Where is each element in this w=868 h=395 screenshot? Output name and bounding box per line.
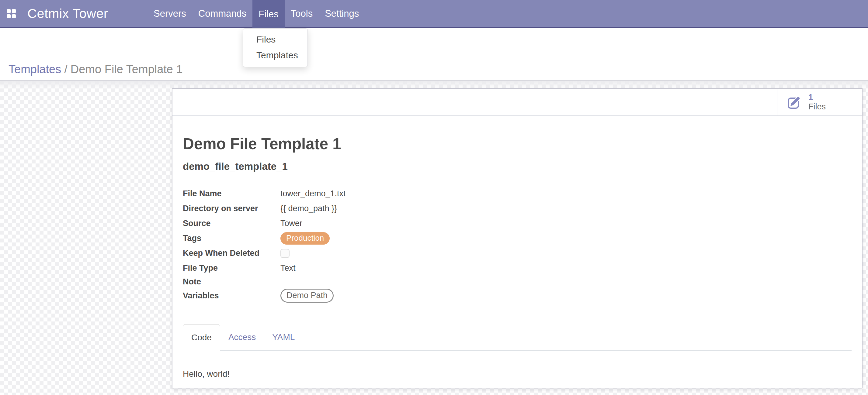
field-row-file-name: File Name tower_demo_1.txt xyxy=(183,186,487,201)
field-label: Tags xyxy=(183,231,274,246)
field-row-directory: Directory on server {{ demo_path }} xyxy=(183,201,487,216)
top-navbar: Cetmix Tower Servers Commands Files Tool… xyxy=(0,0,868,27)
navbar-underline xyxy=(0,27,868,28)
field-value: Text xyxy=(274,261,487,275)
button-box: 1 Files xyxy=(173,89,862,116)
breadcrumb-parent-link[interactable]: Templates xyxy=(8,63,61,76)
menu-item-tools[interactable]: Tools xyxy=(285,0,319,27)
tab-yaml[interactable]: YAML xyxy=(264,324,303,350)
field-group: File Name tower_demo_1.txt Directory on … xyxy=(183,186,487,303)
content-top-shade xyxy=(0,80,868,89)
tab-access[interactable]: Access xyxy=(220,324,264,350)
notebook-tabs: Code Access YAML xyxy=(183,324,851,351)
stat-count: 1 xyxy=(808,93,826,102)
field-label: Note xyxy=(183,275,274,288)
field-row-variables: Variables Demo Path xyxy=(183,288,487,303)
field-value: {{ demo_path }} xyxy=(274,201,487,216)
code-tab-content: Hello, world! xyxy=(183,351,851,379)
field-row-keep-when-deleted: Keep When Deleted xyxy=(183,246,487,261)
breadcrumb-separator: / xyxy=(61,63,70,76)
menu-item-settings[interactable]: Settings xyxy=(319,0,365,27)
breadcrumb-current: Demo File Template 1 xyxy=(70,63,183,76)
app-brand[interactable]: Cetmix Tower xyxy=(27,0,108,27)
field-value: Tower xyxy=(274,216,487,231)
menu-item-commands[interactable]: Commands xyxy=(192,0,253,27)
sheet-body: Demo File Template 1 demo_file_template_… xyxy=(173,116,862,379)
field-label: Source xyxy=(183,216,274,231)
field-value: tower_demo_1.txt xyxy=(274,186,487,201)
field-value: Production xyxy=(274,231,487,246)
control-panel: Templates/Demo File Template 1 Edit Crea… xyxy=(0,28,868,80)
field-row-file-type: File Type Text xyxy=(183,261,487,275)
breadcrumb: Templates/Demo File Template 1 xyxy=(8,63,183,76)
field-value: Demo Path xyxy=(274,288,487,303)
field-row-note: Note xyxy=(183,275,487,288)
edit-note-icon xyxy=(787,95,802,109)
field-value xyxy=(274,275,487,288)
field-value xyxy=(274,246,487,261)
tab-code[interactable]: Code xyxy=(183,324,220,351)
field-row-tags: Tags Production xyxy=(183,231,487,246)
dropdown-item-templates[interactable]: Templates xyxy=(243,47,308,63)
stat-label: Files xyxy=(808,102,826,111)
content-area: 1 Files Demo File Template 1 demo_file_t… xyxy=(0,80,868,395)
menu-item-servers[interactable]: Servers xyxy=(148,0,192,27)
record-reference: demo_file_template_1 xyxy=(183,161,851,172)
field-label: File Name xyxy=(183,186,274,201)
field-label: File Type xyxy=(183,261,274,275)
dropdown-item-files[interactable]: Files xyxy=(243,32,308,47)
apps-grid-icon[interactable] xyxy=(7,9,16,18)
field-row-source: Source Tower xyxy=(183,216,487,231)
field-label: Keep When Deleted xyxy=(183,246,274,261)
navbar-menu: Servers Commands Files Tools Settings xyxy=(148,0,365,27)
menu-item-files[interactable]: Files xyxy=(252,0,284,28)
field-label: Variables xyxy=(183,288,274,303)
field-label: Directory on server xyxy=(183,201,274,216)
files-dropdown-menu: Files Templates xyxy=(243,28,308,67)
stat-text: 1 Files xyxy=(808,93,826,111)
record-title: Demo File Template 1 xyxy=(183,135,851,153)
variable-pill[interactable]: Demo Path xyxy=(280,289,334,303)
form-sheet: 1 Files Demo File Template 1 demo_file_t… xyxy=(172,88,863,388)
tag-badge[interactable]: Production xyxy=(280,232,330,244)
files-stat-button[interactable]: 1 Files xyxy=(777,89,862,116)
keep-when-deleted-checkbox[interactable] xyxy=(280,249,289,258)
